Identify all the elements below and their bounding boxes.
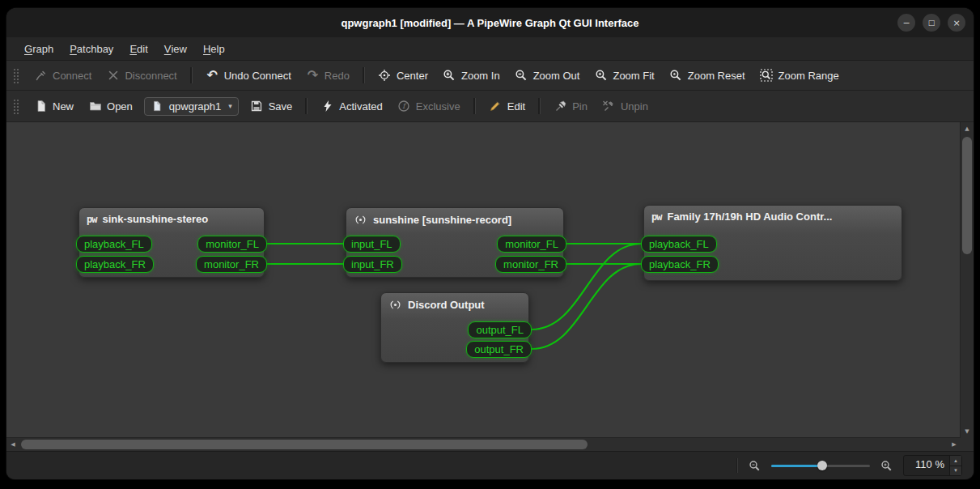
scroll-up-icon[interactable]: ▲: [961, 122, 974, 135]
unpin-icon: [602, 100, 616, 113]
window-title: qpwgraph1 [modified] — A PipeWire Graph …: [341, 17, 638, 29]
zoom-in-icon: [443, 69, 456, 83]
menubar: Graph Patchbay Edit View Help: [6, 37, 974, 61]
node-sink-sunshine-stereo[interactable]: pw sink-sunshine-stereo playback_FL play…: [78, 207, 265, 278]
titlebar[interactable]: qpwgraph1 [modified] — A PipeWire Graph …: [6, 8, 974, 37]
new-button[interactable]: New: [28, 96, 80, 117]
horizontal-scrollbar-thumb[interactable]: [21, 440, 588, 449]
close-icon: ×: [952, 18, 960, 28]
stream-icon: [354, 213, 367, 227]
zoom-reset-icon: [669, 69, 683, 83]
edit-button[interactable]: Edit: [482, 96, 532, 117]
node-title-row: pw Family 17h/19h HD Audio Contr...: [644, 206, 902, 223]
dropdown-arrow-icon: ▾: [228, 102, 232, 110]
exclusive-button[interactable]: f Exclusive: [391, 96, 467, 117]
patchbay-selector-value: qpwgraph1: [169, 100, 221, 113]
menu-patchbay[interactable]: Patchbay: [62, 37, 121, 60]
undo-connect-button[interactable]: ↶ Undo Connect: [199, 66, 298, 86]
toolbar-separator: [538, 98, 541, 114]
toolbar-grip[interactable]: [13, 98, 19, 114]
maximize-button[interactable]: □: [923, 14, 940, 32]
unpin-button[interactable]: Unpin: [596, 96, 655, 117]
stream-icon: [388, 298, 402, 312]
menu-graph[interactable]: Graph: [16, 37, 62, 60]
new-label: New: [53, 100, 74, 113]
zoom-slider-handle[interactable]: [817, 461, 827, 470]
unpin-label: Unpin: [621, 100, 648, 113]
port-playback-fr[interactable]: playback_FR: [76, 256, 154, 273]
toolbar-separator: [473, 98, 476, 114]
zoom-spin-down-button[interactable]: ▼: [950, 466, 961, 476]
port-monitor-fl[interactable]: monitor_FL: [197, 236, 267, 253]
zoom-in-indicator-icon: [880, 459, 893, 473]
node-title-row: pw sink-sunshine-stereo: [79, 208, 264, 225]
activated-button[interactable]: Activated: [314, 96, 388, 117]
port-playback-fl[interactable]: playback_FL: [641, 236, 717, 253]
zoom-range-button[interactable]: Zoom Range: [753, 66, 846, 86]
undo-icon: ↶: [206, 69, 219, 83]
port-output-fl[interactable]: output_FL: [468, 321, 532, 338]
open-button[interactable]: Open: [82, 96, 139, 117]
scroll-down-icon[interactable]: ▼: [961, 425, 974, 438]
menu-help[interactable]: Help: [195, 37, 233, 60]
center-button[interactable]: Center: [371, 66, 435, 86]
node-sunshine[interactable]: sunshine [sunshine-record] input_FL inpu…: [346, 207, 564, 278]
minimize-icon: ─: [904, 18, 910, 28]
exclusive-label: Exclusive: [416, 100, 460, 113]
port-monitor-fl[interactable]: monitor_FL: [497, 236, 566, 253]
zoom-out-button[interactable]: Zoom Out: [508, 66, 587, 86]
horizontal-scrollbar[interactable]: ◀ ▶: [6, 437, 961, 451]
vertical-scrollbar[interactable]: ▲ ▼: [960, 122, 974, 438]
zoom-out-icon: [515, 69, 528, 83]
port-input-fr[interactable]: input_FR: [343, 256, 402, 273]
node-discord-output[interactable]: Discord Output output_FL output_FR: [380, 292, 529, 363]
zoom-spinbox[interactable]: 110 % ▲ ▼: [903, 455, 962, 476]
node-family-hd-audio[interactable]: pw Family 17h/19h HD Audio Contr... play…: [643, 205, 902, 281]
port-playback-fl[interactable]: playback_FL: [76, 236, 152, 253]
zoom-in-button[interactable]: Zoom In: [436, 66, 507, 86]
port-monitor-fr[interactable]: monitor_FR: [495, 256, 566, 273]
zoom-reset-button[interactable]: Zoom Reset: [663, 66, 752, 86]
toolbar-file: New Open qpwgraph1 ▾ Save Ac: [6, 91, 974, 122]
disconnect-button[interactable]: Disconnect: [100, 66, 183, 86]
menu-edit[interactable]: Edit: [121, 37, 155, 60]
port-playback-fr[interactable]: playback_FR: [641, 256, 719, 273]
pipewire-icon: pw: [651, 212, 661, 222]
scrollbar-corner: [961, 438, 974, 451]
patchbay-selector[interactable]: qpwgraph1 ▾: [144, 97, 239, 116]
scroll-right-icon[interactable]: ▶: [948, 438, 961, 451]
save-label: Save: [269, 100, 293, 113]
toolbar-separator: [363, 67, 365, 83]
port-input-fl[interactable]: input_FL: [343, 236, 401, 253]
port-output-fr[interactable]: output_FR: [466, 341, 532, 358]
node-title: sunshine [sunshine-record]: [373, 214, 511, 226]
zoom-fit-icon: [594, 69, 608, 83]
vertical-scrollbar-thumb[interactable]: [962, 137, 972, 254]
app-window: qpwgraph1 [modified] — A PipeWire Graph …: [6, 8, 974, 479]
save-icon: [250, 100, 264, 113]
connect-icon: [34, 69, 48, 83]
zoom-slider[interactable]: [771, 459, 870, 472]
statusbar-separator: [736, 458, 738, 473]
pin-button[interactable]: Pin: [547, 96, 594, 117]
connect-button[interactable]: Connect: [28, 66, 98, 86]
statusbar: 110 % ▲ ▼: [6, 451, 974, 479]
menu-view[interactable]: View: [156, 37, 195, 60]
zoom-spin-up-button[interactable]: ▲: [950, 456, 961, 466]
redo-label: Redo: [325, 70, 350, 82]
toolbar-separator: [305, 98, 308, 114]
save-button[interactable]: Save: [244, 96, 299, 117]
zoom-fit-button[interactable]: Zoom Fit: [588, 66, 660, 86]
scroll-left-icon[interactable]: ◀: [6, 438, 19, 451]
minimize-button[interactable]: ─: [897, 14, 915, 32]
undo-connect-label: Undo Connect: [224, 70, 291, 82]
close-button[interactable]: ×: [948, 14, 965, 32]
zoom-out-indicator-icon: [748, 459, 762, 473]
redo-button[interactable]: ↷ Redo: [299, 66, 356, 86]
connect-label: Connect: [53, 70, 91, 82]
toolbar-grip[interactable]: [13, 67, 19, 83]
graph-canvas[interactable]: pw sink-sunshine-stereo playback_FL play…: [6, 122, 961, 438]
port-monitor-fr[interactable]: monitor_FR: [196, 256, 267, 273]
node-title-row: sunshine [sunshine-record]: [346, 208, 563, 227]
zoom-fit-label: Zoom Fit: [613, 70, 654, 82]
